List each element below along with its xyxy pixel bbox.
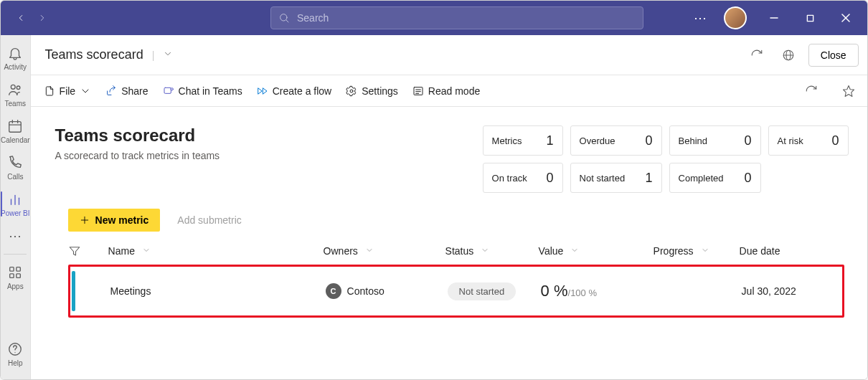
status-badge: Not started <box>448 282 516 300</box>
column-name[interactable]: Name <box>108 245 324 257</box>
svg-point-6 <box>11 85 16 89</box>
rail-label: Teams <box>5 100 26 108</box>
title-bar: ⋯ <box>1 1 867 35</box>
chevron-down-icon <box>481 246 489 255</box>
rail-powerbi[interactable]: Power BI <box>1 186 30 222</box>
content-header: Teams scorecard | Close <box>31 35 868 75</box>
close-window-button[interactable] <box>830 2 862 34</box>
rail-label: Apps <box>7 282 24 290</box>
nav-arrows <box>11 8 52 28</box>
rail-more[interactable]: ⋯ <box>1 222 30 250</box>
svg-marker-31 <box>843 85 854 96</box>
rail-calls[interactable]: Calls <box>1 149 30 186</box>
owner-avatar: C <box>326 283 341 299</box>
svg-rect-8 <box>9 122 22 133</box>
cell-owner: C Contoso <box>326 283 448 299</box>
refresh-toolbar-button[interactable] <box>800 80 823 103</box>
minimize-button[interactable] <box>758 2 790 34</box>
metrics-area: New metric Add submetric Name Owners Sta… <box>31 200 868 318</box>
cell-value: 0 %/100 % <box>541 282 656 300</box>
rail-calendar[interactable]: Calendar <box>1 113 30 149</box>
content-area: Teams scorecard | Close File <box>31 35 868 379</box>
flow-icon <box>257 85 268 97</box>
filter-icon <box>68 244 81 257</box>
highlighted-row-frame: Meetings C Contoso Not started 0 %/100 %… <box>68 265 844 318</box>
svg-rect-18 <box>16 274 21 278</box>
app-rail: Activity Teams Calendar Calls Power BI ⋯ <box>1 35 31 379</box>
table-row[interactable]: Meetings C Contoso Not started 0 %/100 %… <box>70 267 842 315</box>
favorite-button[interactable] <box>837 80 860 103</box>
chat-in-teams-button[interactable]: Chat in Teams <box>163 85 242 97</box>
scorecard-title: Teams scorecard <box>55 125 483 146</box>
read-mode-icon <box>412 85 424 97</box>
app-window: ⋯ Activity Teams <box>0 0 868 380</box>
table-header: Name Owners Status Value Progress Due da… <box>68 244 860 257</box>
column-progress[interactable]: Progress <box>654 245 740 257</box>
chevron-down-icon <box>701 246 709 255</box>
svg-rect-3 <box>807 15 813 21</box>
user-avatar[interactable] <box>724 6 747 29</box>
column-due: Due date <box>740 245 840 257</box>
stat-completed[interactable]: Completed0 <box>669 163 761 193</box>
cell-status: Not started <box>448 282 541 300</box>
title-dropdown[interactable] <box>163 49 173 61</box>
refresh-icon <box>750 49 763 62</box>
rail-activity[interactable]: Activity <box>1 39 30 76</box>
chevron-right-icon <box>37 13 47 23</box>
new-metric-button[interactable]: New metric <box>68 209 161 232</box>
column-value[interactable]: Value <box>539 245 654 257</box>
settings-button[interactable]: Settings <box>346 85 398 97</box>
page-title: Teams scorecard <box>45 47 143 62</box>
globe-button[interactable] <box>777 44 800 67</box>
cell-due: Jul 30, 2022 <box>742 285 842 297</box>
search-input[interactable] <box>296 11 636 24</box>
share-icon <box>105 85 117 97</box>
rail-help[interactable]: Help <box>1 336 30 372</box>
create-flow-button[interactable]: Create a flow <box>257 85 331 97</box>
chevron-down-icon <box>80 85 91 97</box>
stat-metrics[interactable]: Metrics1 <box>483 125 563 156</box>
refresh-icon <box>805 85 818 98</box>
stat-atrisk[interactable]: At risk0 <box>768 125 849 156</box>
column-status[interactable]: Status <box>445 245 539 257</box>
minimize-icon <box>770 14 778 22</box>
calendar-icon <box>7 118 23 134</box>
share-button[interactable]: Share <box>105 85 148 97</box>
rail-label: Calls <box>7 173 23 181</box>
more-options-button[interactable]: ⋯ <box>688 10 712 26</box>
forward-button[interactable] <box>32 8 52 28</box>
rail-label: Activity <box>4 63 27 71</box>
ellipsis-icon: ⋯ <box>6 227 24 244</box>
rail-label: Calendar <box>1 136 30 144</box>
refresh-header-button[interactable] <box>745 44 768 67</box>
search-box[interactable] <box>270 6 643 29</box>
stat-behind[interactable]: Behind0 <box>669 125 761 156</box>
chevron-left-icon <box>16 13 26 23</box>
close-icon <box>841 14 850 22</box>
read-mode-button[interactable]: Read mode <box>412 85 480 97</box>
svg-point-0 <box>280 14 287 21</box>
add-submetric-button[interactable]: Add submetric <box>167 209 251 232</box>
title-actions: ⋯ <box>688 2 862 34</box>
filter-column[interactable] <box>68 244 108 257</box>
stats-grid: Metrics1 Overdue0 Behind0 At risk0 On tr… <box>483 125 849 193</box>
plus-icon <box>80 215 90 225</box>
file-menu[interactable]: File <box>44 85 92 97</box>
back-button[interactable] <box>11 8 31 28</box>
apps-icon <box>7 265 23 280</box>
search-icon <box>278 12 290 24</box>
column-owners[interactable]: Owners <box>324 245 445 257</box>
rail-label: Help <box>8 359 23 367</box>
stat-notstarted[interactable]: Not started1 <box>570 163 662 193</box>
svg-point-26 <box>350 90 353 92</box>
rail-teams[interactable]: Teams <box>1 76 30 113</box>
rail-apps[interactable]: Apps <box>1 259 30 295</box>
stat-ontrack[interactable]: On track0 <box>483 163 563 193</box>
maximize-button[interactable] <box>794 2 826 34</box>
close-button[interactable]: Close <box>808 44 859 67</box>
svg-line-1 <box>286 20 288 22</box>
help-icon <box>7 341 23 357</box>
chevron-down-icon <box>570 246 579 255</box>
stat-overdue[interactable]: Overdue0 <box>570 125 662 156</box>
chevron-down-icon <box>163 49 173 59</box>
